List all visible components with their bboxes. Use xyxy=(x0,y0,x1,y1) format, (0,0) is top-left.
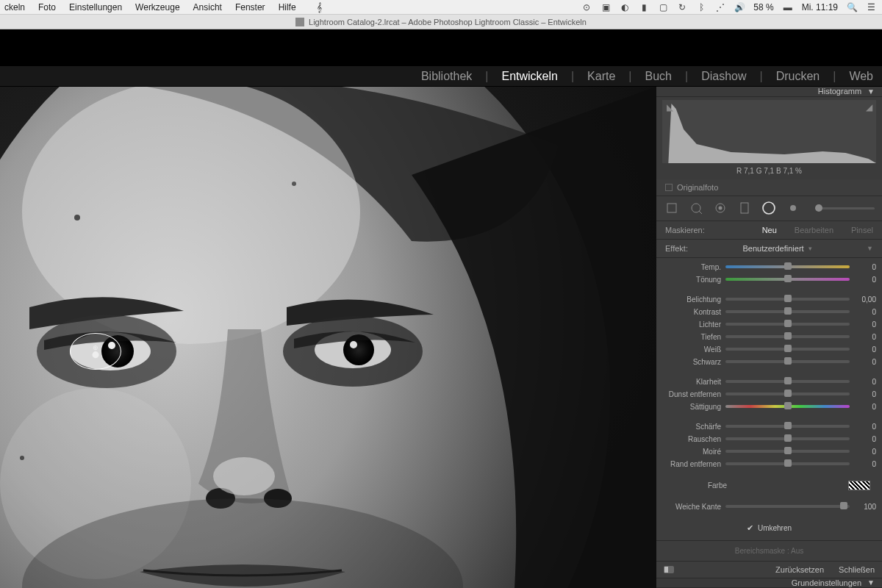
effect-row[interactable]: Effekt: Benutzerdefiniert ▾ ▼ xyxy=(656,240,882,258)
slider-kontrast[interactable]: Kontrast0 xyxy=(662,306,876,318)
color-swatch[interactable] xyxy=(848,481,870,490)
slider-track[interactable] xyxy=(725,298,850,301)
slider-belichtung[interactable]: Belichtung0,00 xyxy=(662,293,876,306)
status-icon[interactable]: ◐ xyxy=(620,2,630,12)
slider-track[interactable] xyxy=(725,265,850,268)
panel-histogram-label: Histogramm xyxy=(818,87,861,96)
module-buch[interactable]: Buch xyxy=(645,70,672,83)
mask-tab-new[interactable]: Neu xyxy=(762,226,777,234)
window-title: Lightroom Catalog-2.lrcat – Adobe Photos… xyxy=(309,18,587,26)
slider-s-ttigung[interactable]: Sättigung0 xyxy=(662,401,876,413)
module-drucken[interactable]: Drucken xyxy=(776,70,820,83)
radial-filter-overlay[interactable]: ⊕⬤ xyxy=(70,333,121,370)
svg-point-18 xyxy=(292,182,296,186)
menu-item[interactable]: Werkzeuge xyxy=(135,2,179,12)
list-icon[interactable]: ☰ xyxy=(866,2,876,12)
slider-track[interactable] xyxy=(725,335,850,338)
adjustment-sliders: Temp.0Tönung0 Belichtung0,00Kontrast0Lic… xyxy=(656,258,882,540)
image-canvas[interactable]: ⊕⬤ xyxy=(0,87,656,588)
menu-item[interactable]: Hilfe xyxy=(279,2,296,12)
notification-icon[interactable]: 𝄞 xyxy=(317,2,322,12)
slider-sch-rfe[interactable]: Schärfe0 xyxy=(662,420,876,433)
crop-tool-icon[interactable] xyxy=(664,201,679,216)
slider-moir-[interactable]: Moiré0 xyxy=(662,445,876,458)
slider-track[interactable] xyxy=(725,310,850,313)
slider-track[interactable] xyxy=(725,425,850,428)
collapse-icon: ▼ xyxy=(867,578,875,587)
menu-item[interactable]: Foto xyxy=(38,2,56,12)
invert-row[interactable]: ✔ Umkehren xyxy=(662,520,876,534)
module-karte[interactable]: Karte xyxy=(587,70,615,83)
spotlight-icon[interactable]: 🔍 xyxy=(847,2,857,12)
redeye-tool-icon[interactable] xyxy=(712,201,728,216)
mask-tab-brush[interactable]: Pinsel xyxy=(851,226,873,234)
spot-tool-icon[interactable] xyxy=(688,201,703,216)
slider-track[interactable] xyxy=(725,360,850,363)
slider-track[interactable] xyxy=(725,450,850,453)
collapse-icon[interactable]: ▼ xyxy=(867,245,873,252)
tool-strip xyxy=(656,196,882,221)
slider-temp-[interactable]: Temp.0 xyxy=(662,261,876,273)
tool-amount-slider[interactable] xyxy=(815,207,875,209)
close-button[interactable]: Schließen xyxy=(839,565,875,574)
clock-text[interactable]: Mi. 11:19 xyxy=(802,2,838,12)
slider-track[interactable] xyxy=(725,462,850,465)
effect-value[interactable]: Benutzerdefiniert xyxy=(742,244,803,253)
bookmark-icon[interactable]: ▮ xyxy=(639,2,649,12)
original-photo-row[interactable]: Originalfoto xyxy=(656,179,882,196)
slider-wei-[interactable]: Weiß0 xyxy=(662,343,876,356)
dropdown-icon: ▾ xyxy=(808,245,812,252)
menu-item[interactable]: ckeln xyxy=(4,2,25,12)
slider-lichter[interactable]: Lichter0 xyxy=(662,318,876,331)
airplay-icon[interactable]: ▢ xyxy=(658,2,668,12)
slider-track[interactable] xyxy=(725,392,850,395)
panel-switch[interactable] xyxy=(664,566,674,573)
menu-item[interactable]: Einstellungen xyxy=(69,2,122,12)
slider-track[interactable] xyxy=(725,380,850,383)
module-web[interactable]: Web xyxy=(849,70,873,83)
reset-button[interactable]: Zurücksetzen xyxy=(775,565,824,574)
slider-track[interactable] xyxy=(725,505,850,508)
volume-icon[interactable]: 🔊 xyxy=(734,2,745,12)
panel-grund-header[interactable]: Grundeinstellungen ▼ xyxy=(656,578,882,589)
slider-weiche-kante[interactable]: Weiche Kante100 xyxy=(662,501,876,513)
radial-tool-icon[interactable] xyxy=(761,201,776,216)
brush-tool-icon[interactable] xyxy=(785,201,800,216)
menu-item[interactable]: Fenster xyxy=(235,2,265,12)
slider-klarheit[interactable]: Klarheit0 xyxy=(662,376,876,388)
radial-filter-pin[interactable]: ⊕⬤ xyxy=(92,345,99,358)
slider-schwarz[interactable]: Schwarz0 xyxy=(662,356,876,368)
module-bibliothek[interactable]: Bibliothek xyxy=(421,70,472,83)
slider-label: Kontrast xyxy=(662,308,721,316)
menu-item[interactable]: Ansicht xyxy=(193,2,222,12)
panel-histogram-header[interactable]: Histogramm ▼ xyxy=(656,87,882,97)
status-icon[interactable]: ▣ xyxy=(600,2,611,12)
slider-track[interactable] xyxy=(725,437,850,440)
gradient-tool-icon[interactable] xyxy=(736,201,752,216)
slider-rand-entfernen[interactable]: Rand entfernen0 xyxy=(662,458,876,470)
slider-track[interactable] xyxy=(725,405,850,408)
slider-dunst-entfernen[interactable]: Dunst entfernen0 xyxy=(662,388,876,401)
slider-rauschen[interactable]: Rauschen0 xyxy=(662,433,876,445)
mask-tab-edit[interactable]: Bearbeiten xyxy=(795,226,833,234)
slider-track[interactable] xyxy=(725,278,850,281)
slider-label: Rauschen xyxy=(662,435,721,443)
range-mask-row[interactable]: Bereichsmaske : Aus xyxy=(656,540,882,562)
wifi-icon[interactable]: ⋰ xyxy=(715,2,725,12)
clip-shadow-icon[interactable]: ◣ xyxy=(664,101,675,113)
module-entwickeln[interactable]: Entwickeln xyxy=(501,70,557,83)
mask-label: Maskieren: xyxy=(665,226,705,234)
slider-tiefen[interactable]: Tiefen0 xyxy=(662,331,876,343)
invert-label: Umkehren xyxy=(758,524,792,532)
module-diashow[interactable]: Diashow xyxy=(701,70,746,83)
checkbox-icon[interactable] xyxy=(665,184,673,191)
slider-t-nung[interactable]: Tönung0 xyxy=(662,273,876,286)
slider-track[interactable] xyxy=(725,323,850,326)
timemachine-icon[interactable]: ↻ xyxy=(677,2,687,12)
slider-track[interactable] xyxy=(725,348,850,351)
clip-highlight-icon[interactable]: ◢ xyxy=(863,101,875,113)
histogram-graph[interactable]: ◣ ◢ xyxy=(662,100,876,163)
bluetooth-icon[interactable]: ᛒ xyxy=(696,2,706,12)
battery-icon[interactable]: ▬ xyxy=(783,2,793,12)
status-icon[interactable]: ⊙ xyxy=(581,2,592,12)
